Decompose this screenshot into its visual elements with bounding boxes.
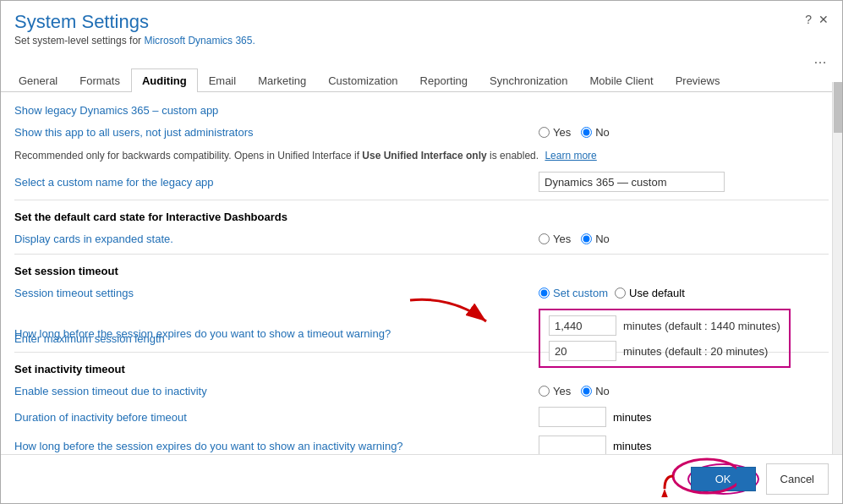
max-session-row: Enter maximum session length minutes (de…: [14, 304, 829, 372]
system-settings-dialog: System Settings Set system-level setting…: [0, 0, 843, 504]
ok-button[interactable]: OK: [691, 467, 756, 491]
tab-reporting[interactable]: Reporting: [409, 68, 479, 92]
show-app-yes-radio[interactable]: [539, 127, 550, 138]
help-icon[interactable]: ?: [805, 13, 812, 26]
display-cards-row: Display cards in expanded state. Yes No: [14, 227, 829, 250]
tab-formats[interactable]: Formats: [68, 68, 131, 92]
title-bar: System Settings Set system-level setting…: [1, 1, 842, 50]
inactivity-warning-input[interactable]: [539, 436, 606, 454]
dialog-subtitle: Set system-level settings for Microsoft …: [14, 35, 255, 47]
session-settings-label: Session timeout settings: [14, 287, 539, 299]
inactivity-warning-row: How long before the session expires do y…: [14, 431, 829, 454]
show-app-yes-label[interactable]: Yes: [539, 126, 571, 139]
custom-name-label: Select a custom name for the legacy app: [14, 176, 539, 189]
tab-general[interactable]: General: [8, 68, 68, 92]
session-timeout-radio-group: Set custom Use default: [539, 287, 685, 299]
enable-inactivity-control: Yes No: [539, 385, 610, 397]
dialog-footer: OK Cancel: [1, 454, 842, 503]
custom-name-input[interactable]: [539, 172, 725, 192]
duration-inactivity-input[interactable]: [539, 407, 606, 427]
show-app-label: Show this app to all users, not just adm…: [14, 126, 539, 139]
display-cards-yes-radio[interactable]: [539, 233, 550, 244]
use-default-label[interactable]: Use default: [615, 287, 685, 299]
show-app-control: Yes No: [539, 126, 610, 139]
tab-marketing[interactable]: Marketing: [247, 68, 317, 92]
display-cards-label: Display cards in expanded state.: [14, 233, 539, 245]
compatibility-row: Recommended only for backwards compatibi…: [14, 144, 829, 167]
session-settings-control: Set custom Use default: [539, 287, 685, 299]
inactivity-warning-control: minutes: [539, 436, 652, 454]
dialog-title: System Settings: [14, 11, 255, 33]
tab-email[interactable]: Email: [198, 68, 248, 92]
inactivity-yes-radio[interactable]: [539, 386, 550, 397]
inactivity-no-radio[interactable]: [581, 386, 592, 397]
inactivity-no-label[interactable]: No: [581, 385, 610, 397]
close-icon[interactable]: ✕: [818, 13, 829, 26]
ellipsis-bar: …: [1, 50, 842, 68]
title-bar-actions: ? ✕: [805, 13, 829, 26]
dashboards-heading: Set the default card state for Interacti…: [14, 204, 829, 227]
warning-suffix: minutes (default : 20 minutes): [623, 345, 768, 358]
session-timeout-heading: Set session timeout: [14, 258, 829, 281]
scrollbar-track: [832, 82, 842, 459]
show-app-row: Show this app to all users, not just adm…: [14, 120, 829, 144]
inactivity-yes-label[interactable]: Yes: [539, 385, 571, 397]
max-length-suffix: minutes (default : 1440 minutes): [623, 320, 780, 332]
divider-2: [14, 254, 829, 255]
settings-content: Show legacy Dynamics 365 – custom app Sh…: [1, 92, 842, 454]
session-settings-row: Session timeout settings Set custom Use …: [14, 281, 829, 304]
ok-button-wrapper: OK: [687, 463, 759, 495]
scrollbar-thumb[interactable]: [834, 82, 842, 133]
session-timeout-inputs: minutes (default : 1440 minutes) minutes…: [539, 309, 791, 368]
tab-auditing[interactable]: Auditing: [131, 68, 198, 92]
show-app-radio-group: Yes No: [539, 126, 610, 139]
custom-name-control: [539, 172, 725, 192]
display-cards-no-radio[interactable]: [581, 233, 592, 244]
max-session-control: minutes (default : 1440 minutes) minutes…: [539, 309, 791, 368]
enable-inactivity-label: Enable session timeout due to inactivity: [14, 385, 539, 397]
duration-inactivity-row: Duration of inactivity before timeout mi…: [14, 403, 829, 431]
timeout-warning-row: minutes (default : 20 minutes): [549, 341, 780, 361]
inactivity-warning-label: How long before the session expires do y…: [14, 440, 539, 452]
max-length-input[interactable]: [549, 315, 616, 336]
divider-1: [14, 200, 829, 200]
tab-customization[interactable]: Customization: [317, 68, 408, 92]
max-session-label: Enter maximum session length: [14, 332, 539, 345]
display-cards-radio-group: Yes No: [539, 233, 610, 245]
display-cards-yes-label[interactable]: Yes: [539, 233, 571, 245]
inactivity-warning-suffix: minutes: [613, 440, 652, 452]
tab-bar: General Formats Auditing Email Marketing…: [1, 68, 842, 92]
duration-inactivity-label: Duration of inactivity before timeout: [14, 411, 539, 424]
duration-suffix: minutes: [613, 411, 652, 424]
display-cards-no-label[interactable]: No: [581, 233, 610, 245]
use-default-radio[interactable]: [615, 288, 626, 299]
tab-previews[interactable]: Previews: [665, 68, 731, 92]
title-bar-left: System Settings Set system-level setting…: [14, 11, 255, 47]
max-length-row: minutes (default : 1440 minutes): [549, 315, 780, 336]
set-custom-radio[interactable]: [539, 288, 550, 299]
show-app-no-radio[interactable]: [581, 127, 592, 138]
legacy-app-heading: Show legacy Dynamics 365 – custom app: [14, 97, 829, 120]
enable-inactivity-radio-group: Yes No: [539, 385, 610, 397]
show-app-no-label[interactable]: No: [581, 126, 610, 139]
tab-mobile-client[interactable]: Mobile Client: [578, 68, 664, 92]
dynamics-link[interactable]: Microsoft Dynamics 365.: [144, 35, 255, 47]
tab-synchronization[interactable]: Synchronization: [479, 68, 579, 92]
compatibility-text: Recommended only for backwards compatibi…: [14, 150, 829, 162]
display-cards-control: Yes No: [539, 233, 610, 245]
learn-more-link[interactable]: Learn more: [545, 150, 596, 162]
custom-name-row: Select a custom name for the legacy app: [14, 167, 829, 196]
enable-inactivity-row: Enable session timeout due to inactivity…: [14, 379, 829, 403]
warning-input[interactable]: [549, 341, 616, 361]
duration-inactivity-control: minutes: [539, 407, 652, 427]
cancel-button[interactable]: Cancel: [766, 463, 829, 495]
set-custom-label[interactable]: Set custom: [539, 287, 608, 299]
